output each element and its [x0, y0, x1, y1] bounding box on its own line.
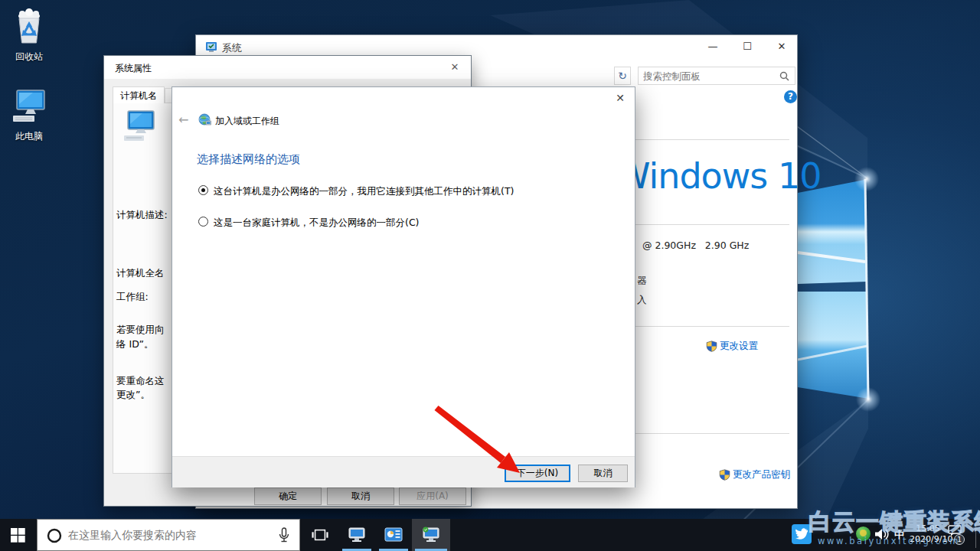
- help-button[interactable]: ?: [784, 90, 797, 103]
- ok-button[interactable]: 确定: [254, 487, 322, 505]
- taskbar-search-input[interactable]: [68, 527, 275, 543]
- join-domain-icon: [198, 113, 211, 126]
- start-button[interactable]: [0, 519, 37, 551]
- recycle-bin-label: 回收站: [0, 51, 58, 64]
- change-settings-label: 更改设置: [720, 340, 758, 353]
- hint-rename-line1: 要重命名这: [116, 375, 165, 388]
- wizard-cancel-button[interactable]: 取消: [578, 465, 628, 482]
- system-app-icon: [422, 526, 440, 544]
- system-properties-title: 系统属性: [115, 62, 152, 75]
- apply-button-label: 应用(A): [416, 490, 449, 503]
- system-window-icon: [205, 41, 217, 54]
- next-button[interactable]: 下一步(N): [505, 465, 570, 482]
- notification-badge: 1: [954, 534, 965, 545]
- this-pc-icon: [10, 86, 48, 126]
- this-pc-label: 此电脑: [0, 130, 58, 143]
- task-view-icon: [312, 527, 328, 543]
- change-product-key-label: 更改产品密钥: [733, 468, 790, 481]
- control-panel-app-icon: [384, 526, 403, 544]
- ok-button-label: 确定: [279, 490, 297, 503]
- close-button[interactable]: ✕: [770, 41, 793, 52]
- back-button[interactable]: ←: [178, 112, 188, 127]
- clipped-text-2: 入: [637, 294, 647, 307]
- system-properties-titlebar[interactable]: 系统属性 ✕: [104, 56, 471, 79]
- cancel-button-label: 取消: [351, 490, 370, 503]
- tray-date: 2020/9/10: [910, 534, 946, 545]
- radio-unselected-icon[interactable]: [198, 217, 208, 227]
- wizard-footer: 下一步(N) 取消: [172, 456, 635, 487]
- radio-home-computer[interactable]: 这是一台家庭计算机，不是办公网络的一部分(C): [198, 217, 419, 230]
- system-properties-app-icon: [348, 526, 366, 544]
- uac-shield-icon: [719, 469, 730, 481]
- minimize-button[interactable]: —: [701, 41, 724, 52]
- wizard-heading: 选择描述网络的选项: [197, 152, 300, 167]
- desktop-icon-recycle-bin[interactable]: 回收站: [0, 6, 58, 64]
- hint-network-id-line1: 若要使用向: [116, 324, 165, 337]
- taskbar-search[interactable]: [37, 519, 300, 551]
- desktop-icon-this-pc[interactable]: 此电脑: [0, 86, 58, 143]
- taskbar: 中 15:05 2020/9/10 1: [0, 519, 980, 551]
- windows10-text: Windows 10: [616, 155, 822, 197]
- hint-rename-line2: 更改”。: [116, 389, 150, 402]
- tab-computer-name-label: 计算机名: [120, 90, 157, 101]
- task-view-button[interactable]: [305, 519, 335, 551]
- label-workgroup: 工作组:: [116, 291, 149, 304]
- change-settings-link[interactable]: 更改设置: [706, 340, 758, 353]
- search-icon: [779, 71, 789, 81]
- wizard-titlebar[interactable]: ✕: [172, 87, 635, 110]
- radio-office-network-label: 这台计算机是办公网络的一部分，我用它连接到其他工作中的计算机(T): [214, 185, 514, 198]
- microphone-icon[interactable]: [278, 527, 290, 544]
- desktop: 回收站 此电脑 系统 — ☐ ✕: [0, 0, 980, 551]
- cortana-icon: [47, 528, 62, 543]
- taskbar-app-control-panel[interactable]: [375, 519, 412, 551]
- hint-network-id-line2: 络 ID”。: [116, 338, 153, 351]
- label-computer-description: 计算机描述:: [116, 209, 168, 222]
- uac-shield-icon: [706, 341, 717, 352]
- label-computer-full-name: 计算机全名: [116, 267, 165, 280]
- clipped-text-1: 器: [637, 275, 647, 288]
- wizard-cancel-button-label: 取消: [594, 467, 612, 480]
- cancel-button[interactable]: 取消: [327, 487, 394, 505]
- change-product-key-link[interactable]: 更改产品密钥: [719, 468, 790, 481]
- volume-icon[interactable]: [874, 527, 890, 541]
- radio-selected-icon[interactable]: [198, 185, 208, 195]
- close-icon[interactable]: ✕: [610, 92, 630, 104]
- join-domain-wizard: ✕ ← 加入域或工作组 选择描述网络的选项 这台计算机是办公网络的一部分，我用它…: [172, 86, 635, 487]
- ime-indicator[interactable]: 中: [894, 528, 904, 542]
- taskbar-app-system-active[interactable]: [412, 519, 450, 551]
- control-panel-search-input[interactable]: [643, 69, 773, 83]
- bird-icon: [795, 528, 808, 540]
- taskbar-app-system-properties[interactable]: [338, 519, 375, 551]
- radio-office-network[interactable]: 这台计算机是办公网络的一部分，我用它连接到其他工作中的计算机(T): [198, 185, 514, 198]
- computer-icon: [122, 109, 158, 149]
- close-icon[interactable]: ✕: [445, 61, 465, 73]
- next-button-label: 下一步(N): [517, 467, 558, 480]
- show-desktop-button[interactable]: [975, 522, 976, 548]
- maximize-button[interactable]: ☐: [736, 41, 759, 52]
- radio-home-computer-label: 这是一台家庭计算机，不是办公网络的一部分(C): [214, 217, 419, 230]
- control-panel-search[interactable]: [638, 67, 795, 85]
- tray-app-icon[interactable]: [856, 527, 871, 541]
- refresh-button[interactable]: ↻: [614, 67, 631, 85]
- apply-button[interactable]: 应用(A): [399, 487, 466, 505]
- tray-twitter-icon[interactable]: [792, 524, 812, 544]
- cpu-spec-text: @ 2.90GHz 2.90 GHz: [642, 240, 749, 251]
- system-window-title: 系统: [222, 41, 242, 55]
- tray-time: 15:05: [910, 523, 946, 534]
- tab-computer-name[interactable]: 计算机名: [113, 86, 165, 103]
- recycle-bin-icon: [11, 6, 47, 46]
- tray-clock[interactable]: 15:05 2020/9/10: [910, 523, 946, 545]
- wizard-title: 加入域或工作组: [215, 115, 279, 128]
- windows-logo-icon: [11, 528, 25, 543]
